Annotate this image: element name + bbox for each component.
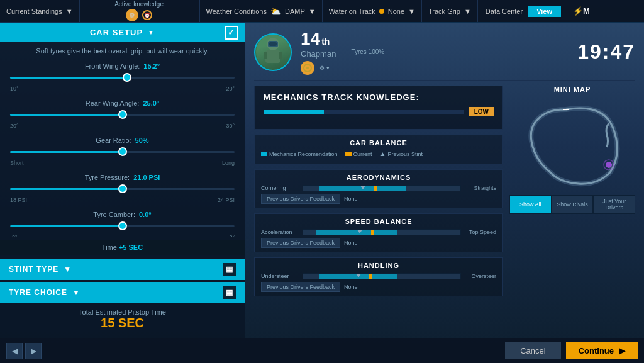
rear-wing-fill [10,114,123,116]
continue-arrow-icon: ▶ [619,346,625,355]
track-grip-dropdown[interactable]: Track Grip ▼ [422,0,478,22]
handling-slider-row: Understeer Oversteer [261,273,496,279]
rear-wing-value: 25.0° [143,99,159,107]
tyre-camber-setting: Tyre Camber: 0.0° -2° 2° [10,211,235,237]
mechanics-legend-dot [261,152,267,156]
gear-ratio-label: Gear Ratio: 50% [10,137,235,144]
gear-ratio-track [10,151,235,153]
view-button[interactable]: View [528,6,561,17]
bottom-buttons: Cancel Continue ▶ [505,342,638,359]
active-knowledge-section: Active knowledge ⚙ ⏰ [80,0,199,22]
handling-marker-triangle [356,274,361,277]
settings-area: Front Wing Angle: 15.2° 10° 20° Rear [0,60,245,237]
show-all-button[interactable]: Show All [509,195,552,214]
tyre-camber-track [10,225,235,227]
nav-left-button[interactable]: ◀ [6,343,23,359]
tyre-choice-chevron-icon: ▼ [72,288,80,297]
tyre-camber-value: 0.0° [139,211,152,218]
water-dot-icon [379,9,384,14]
tyre-pressure-fill [10,188,123,190]
driver-details: 14 th Chapman ⚙ ▾ [301,29,336,75]
mini-map-area: MINI MAP Sh [509,86,635,296]
rear-wing-slider[interactable] [10,108,235,121]
tyre-choice-bar[interactable]: TYRE CHOICE ▼ ▦ [0,282,245,303]
gear-ratio-thumb [118,147,127,156]
continue-button[interactable]: Continue ▶ [566,342,638,359]
tyre-camber-slider[interactable] [10,220,235,232]
understeer-label: Understeer [261,273,299,279]
active-knowledge-icon: ⚙ [126,9,138,21]
speed-marker-triangle [357,230,362,233]
weather-label: Weather Conditions [206,8,267,15]
top-speed-label: Top Speed [465,229,496,235]
speed-balance-section: SPEED BALANCE Acceleration Top Speed Pre… [254,213,503,252]
water-on-track-dropdown[interactable]: Water on Track None ▼ [323,0,422,22]
cornering-label: Cornering [261,185,299,191]
speed-fill-teal [316,230,397,235]
mechanics-title: MECHANICS TRACK KNOWLEDGE: [264,92,494,102]
stint-type-label: STINT TYPE [9,265,58,274]
gear-ratio-value: 50% [135,137,149,144]
mechanics-section: MECHANICS TRACK KNOWLEDGE: LOW [254,86,503,130]
water-label: Water on Track [329,8,375,15]
track-map-svg [516,97,629,191]
balance-main: MECHANICS TRACK KNOWLEDGE: LOW CAR BALAN… [254,86,503,296]
aero-feedback-button[interactable]: Previous Drivers Feedback [261,194,340,204]
aerodynamics-title: AERODYNAMICS [261,174,496,181]
current-legend-dot [345,152,352,156]
aero-track[interactable] [303,185,461,191]
car-balance-title: CAR BALANCE [261,139,496,147]
knowledge-bar-fill [264,110,324,114]
aero-marker-orange [374,186,377,191]
just-your-drivers-button[interactable]: Just Your Drivers [593,195,635,214]
speed-feedback-button[interactable]: Previous Drivers Feedback [261,238,340,248]
standings-label: Current Standings [6,8,62,15]
handling-section: HANDLING Understeer Oversteer Previous D… [254,257,503,296]
driver-position: 14 [301,29,320,49]
front-wing-setting: Front Wing Angle: 15.2° 10° 20° [10,62,235,92]
tyre-pct-label: Tyres 100% [351,48,384,55]
show-rivals-button[interactable]: Show Rivals [552,195,594,214]
handling-feedback-button[interactable]: Previous Drivers Feedback [261,282,340,292]
front-wing-label: Front Wing Angle: 15.2° [10,62,235,70]
speed-balance-title: SPEED BALANCE [261,218,496,225]
main-content: CAR SETUP ▼ ✓ Soft tyres give the best o… [0,23,644,338]
tyre-camber-fill [10,225,123,227]
weather-conditions-dropdown[interactable]: Weather Conditions ⛅ DAMP ▼ [200,0,323,22]
tyre-percentage: ⚙ ▾ [319,65,330,71]
svg-rect-1 [265,50,280,63]
aero-feedback-value: None [344,196,358,202]
handling-title: HANDLING [261,262,496,269]
driver-position-suffix: th [321,36,330,47]
map-toggle-row: Show All Show Rivals Just Your Drivers [509,195,635,214]
tyre-camber-range: -2° 2° [10,234,235,237]
gear-ratio-slider[interactable] [10,145,235,158]
front-wing-thumb [123,73,131,82]
pitstop-value: 15 SEC [5,316,240,330]
acceleration-label: Acceleration [261,229,299,235]
weather-chevron-icon: ▼ [309,8,316,15]
bottom-bar: ◀ ▶ Cancel Continue ▶ [0,338,644,363]
handling-track[interactable] [303,273,461,279]
nav-right-button[interactable]: ▶ [25,343,42,359]
front-wing-slider[interactable] [10,71,235,84]
tyre-camber-label: Tyre Camber: 0.0° [10,211,235,218]
stint-type-bar[interactable]: STINT TYPE ▼ ▦ [0,259,245,280]
rear-wing-thumb [118,110,127,119]
data-center-label: Data Center [486,8,523,15]
tyre-pressure-slider[interactable] [10,182,235,195]
time-value: +5 SEC [119,243,143,251]
speed-feedback-row: Previous Drivers Feedback None [261,238,496,248]
cancel-button[interactable]: Cancel [505,342,560,359]
car-setup-header[interactable]: CAR SETUP ▼ ✓ [0,23,245,42]
knowledge-bar-track [264,110,464,114]
top-bar: Current Standings ▼ Active knowledge ⚙ ⏰… [0,0,644,23]
nav-arrows: ◀ ▶ [6,343,42,359]
stint-type-icon: ▦ [223,263,236,276]
balance-columns: MECHANICS TRACK KNOWLEDGE: LOW CAR BALAN… [254,86,635,296]
time-label: Time [102,243,117,251]
current-standings-dropdown[interactable]: Current Standings ▼ [0,0,80,22]
track-grip-label: Track Grip [428,8,460,15]
speed-track[interactable] [303,229,461,235]
standings-chevron-icon: ▼ [66,8,73,15]
